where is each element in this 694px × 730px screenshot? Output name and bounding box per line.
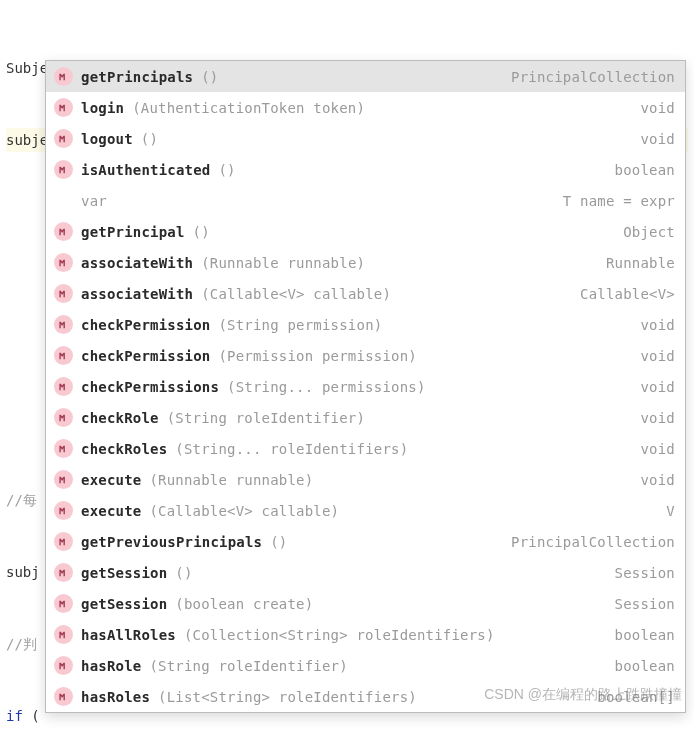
completion-params: () [141,131,158,147]
completion-return-type: void [640,379,675,395]
completion-item[interactable]: execute(Runnable runnable)void [46,464,685,495]
completion-return-type: void [640,410,675,426]
completion-params: (String roleIdentifier) [167,410,365,426]
completion-name: execute [81,472,141,488]
completion-name: getSession [81,596,167,612]
method-icon [54,563,73,582]
completion-name: getSession [81,565,167,581]
completion-item[interactable]: checkPermission(Permission permission)vo… [46,340,685,371]
method-icon [54,160,73,179]
completion-item[interactable]: getSession(boolean create)Session [46,588,685,619]
method-icon [54,284,73,303]
completion-name: checkPermission [81,317,210,333]
method-icon [54,408,73,427]
completion-return-type: boolean [615,162,675,178]
completion-item[interactable]: logout()void [46,123,685,154]
completion-return-type: PrincipalCollection [511,69,675,85]
method-icon [54,377,73,396]
completion-params: (Collection<String> roleIdentifiers) [184,627,495,643]
completion-item[interactable]: login(AuthenticationToken token)void [46,92,685,123]
method-icon [54,625,73,644]
token-comment: //判 [6,636,37,652]
completion-return-type: void [640,348,675,364]
completion-params: (String... roleIdentifiers) [175,441,408,457]
completion-name: checkRoles [81,441,167,457]
completion-name: logout [81,131,133,147]
completion-return-type: void [640,100,675,116]
completion-params: () [201,69,218,85]
completion-return-type: Session [615,596,675,612]
completion-name: associateWith [81,255,193,271]
completion-params: () [193,224,210,240]
method-icon [54,222,73,241]
method-icon [54,315,73,334]
method-icon [54,687,73,706]
completion-return-type: Session [615,565,675,581]
completion-return-type: Runnable [606,255,675,271]
completion-item[interactable]: hasRoles(List<String> roleIdentifiers)bo… [46,681,685,712]
method-icon [54,594,73,613]
method-icon [54,253,73,272]
method-icon [54,656,73,675]
completion-return-type: T name = expr [563,193,675,209]
method-icon [54,470,73,489]
completion-item[interactable]: varT name = expr [46,185,685,216]
completion-return-type: void [640,472,675,488]
completion-item[interactable]: checkPermissions(String... permissions)v… [46,371,685,402]
autocomplete-popup[interactable]: getPrincipals()PrincipalCollectionlogin(… [45,60,686,713]
completion-params: (String roleIdentifier) [149,658,347,674]
completion-name: checkRole [81,410,159,426]
completion-item[interactable]: execute(Callable<V> callable)V [46,495,685,526]
method-icon [54,501,73,520]
completion-return-type: Callable<V> [580,286,675,302]
completion-name: getPrincipals [81,69,193,85]
completion-return-type: boolean[] [597,689,675,705]
method-icon [54,98,73,117]
completion-item[interactable]: hasRole(String roleIdentifier)boolean [46,650,685,681]
completion-return-type: PrincipalCollection [511,534,675,550]
method-icon [54,439,73,458]
completion-return-type: void [640,317,675,333]
completion-params: (String permission) [218,317,382,333]
completion-item[interactable]: associateWith(Callable<V> callable)Calla… [46,278,685,309]
completion-params: (List<String> roleIdentifiers) [158,689,417,705]
completion-params: (AuthenticationToken token) [132,100,365,116]
method-icon [54,191,73,210]
completion-name: hasRoles [81,689,150,705]
token-keyword: if [6,708,31,724]
completion-params: (Callable<V> callable) [149,503,339,519]
token-comment: //每 [6,492,37,508]
completion-item[interactable]: getPreviousPrincipals()PrincipalCollecti… [46,526,685,557]
completion-item[interactable]: checkRole(String roleIdentifier)void [46,402,685,433]
completion-name: login [81,100,124,116]
completion-item[interactable]: checkPermission(String permission)void [46,309,685,340]
completion-name: var [81,193,107,209]
completion-item[interactable]: getSession()Session [46,557,685,588]
token-text: ( [31,708,39,724]
method-icon [54,346,73,365]
completion-return-type: boolean [615,658,675,674]
completion-item[interactable]: getPrincipal()Object [46,216,685,247]
completion-return-type: void [640,131,675,147]
completion-name: getPreviousPrincipals [81,534,262,550]
completion-params: () [218,162,235,178]
completion-params: (Callable<V> callable) [201,286,391,302]
completion-return-type: V [666,503,675,519]
token-text: subj [6,564,40,580]
completion-item[interactable]: hasAllRoles(Collection<String> roleIdent… [46,619,685,650]
completion-params: () [175,565,192,581]
completion-item[interactable]: getPrincipals()PrincipalCollection [46,61,685,92]
method-icon [54,67,73,86]
completion-name: checkPermission [81,348,210,364]
method-icon [54,129,73,148]
completion-name: execute [81,503,141,519]
completion-name: hasAllRoles [81,627,176,643]
completion-params: () [270,534,287,550]
completion-params: (boolean create) [175,596,313,612]
completion-params: (String... permissions) [227,379,425,395]
completion-item[interactable]: associateWith(Runnable runnable)Runnable [46,247,685,278]
completion-item[interactable]: checkRoles(String... roleIdentifiers)voi… [46,433,685,464]
completion-item[interactable]: isAuthenticated()boolean [46,154,685,185]
completion-name: getPrincipal [81,224,185,240]
completion-name: hasRole [81,658,141,674]
